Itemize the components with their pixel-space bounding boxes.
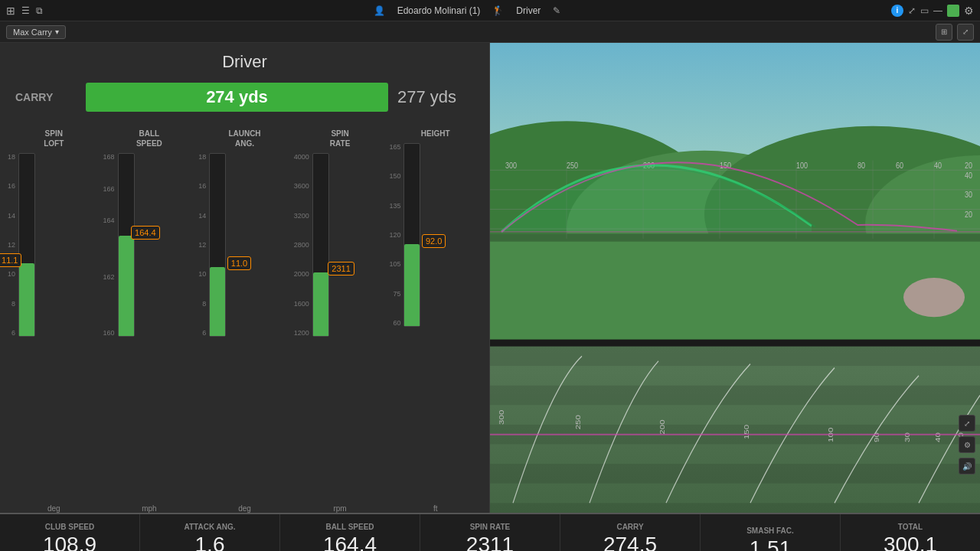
svg-text:200: 200 [643, 161, 655, 170]
battery-icon [947, 5, 959, 17]
height-area: 165 150 135 120 105 75 60 92.0 [389, 143, 482, 500]
attack-ang-stat: ATTACK ANG. 1.6 deg [140, 514, 280, 551]
screen-icon[interactable]: ▭ [920, 5, 929, 16]
svg-point-3 [704, 126, 980, 302]
svg-text:300: 300 [498, 409, 505, 424]
attack-ang-value: 1.6 [195, 534, 225, 552]
ball-speed-gauge: BALLSPEED 168 166 164 162 160 164.4 [103, 129, 196, 513]
top-bar-center: 👤 Edoardo Molinari (1) 🏌 Driver ✎ [52, 5, 882, 16]
launch-ang-header: LAUNCHANG. [228, 129, 260, 148]
svg-text:250: 250 [574, 415, 582, 429]
settings-icon[interactable]: ⚙ [964, 5, 974, 17]
top-bar-left-icons: ⊞ ☰ ⧉ [6, 5, 43, 17]
svg-text:250: 250 [567, 161, 578, 170]
user-label: Edoardo Molinari (1) [397, 5, 481, 16]
settings-right-icon[interactable]: ⚙ [959, 436, 975, 453]
svg-text:100: 100 [796, 161, 808, 170]
carry-stat-label: CARRY [616, 523, 643, 531]
expand-icon[interactable]: ⤢ [908, 5, 916, 16]
club-icon: 🏌 [492, 5, 504, 16]
spin-loft-header: SPINLOFT [44, 129, 64, 148]
svg-point-1 [490, 121, 720, 317]
height-header: HEIGHT [421, 129, 450, 139]
user-icon: 👤 [374, 5, 385, 16]
grid-icon[interactable]: ⊞ [6, 5, 15, 17]
club-label: Driver [516, 5, 541, 16]
grid-toggle-icon[interactable]: ⊞ [922, 47, 939, 64]
svg-text:80: 80 [858, 161, 865, 170]
left-panel: Driver CARRY 274 yds 277 yds SPINLOFT 18… [0, 43, 490, 513]
max-carry-dropdown[interactable]: Max Carry [6, 25, 66, 39]
smash-fac-value: 1.51 [750, 538, 792, 551]
svg-point-2 [567, 151, 842, 308]
svg-text:150: 150 [720, 161, 731, 170]
volume-right-icon[interactable]: 🔊 [959, 458, 975, 474]
svg-point-46 [903, 278, 965, 317]
svg-text:40: 40 [965, 170, 972, 179]
ball-speed-fill [119, 236, 134, 336]
club-speed-stat: CLUB SPEED 108.9 mph [0, 514, 140, 551]
launch-ang-scale: 18 16 14 12 10 8 6 [198, 153, 209, 337]
svg-rect-33 [490, 425, 980, 445]
top-bar-right-icons: i ⤢ ▭ — ⚙ [891, 5, 974, 17]
ball-speed-stat-value: 164.4 [323, 534, 377, 552]
height-indicator: 92.0 [422, 234, 446, 248]
carry-stat-value: 274.5 [603, 534, 657, 552]
spin-rate-indicator: 2311 [328, 262, 354, 276]
smash-fac-stat: SMASH FAC. 1.51 [701, 514, 841, 551]
ball-speed-track: 164.4 [118, 153, 135, 337]
svg-point-4 [865, 155, 980, 292]
minimize-icon[interactable]: — [933, 5, 942, 16]
carry-bar: 274 yds [86, 83, 388, 112]
svg-rect-6 [490, 233, 980, 241]
carry-row: CARRY 274 yds 277 yds [0, 78, 489, 121]
spin-rate-track: 2311 [312, 153, 329, 337]
view-dropdown[interactable]: Side/Top [496, 47, 549, 61]
launch-ang-area: 18 16 14 12 10 8 6 11.0 [198, 153, 291, 500]
attack-ang-label: ATTACK ANG. [184, 523, 235, 531]
fullscreen-right-icon[interactable]: ⤢ [959, 415, 975, 432]
launch-ang-unit: deg [238, 504, 251, 513]
launch-ang-track: 11.0 [209, 153, 226, 337]
window-icon[interactable]: ☰ [21, 5, 30, 16]
right-panel-controls: ⤢ ⚙ 🔊 [959, 415, 975, 474]
carry-bar-value: 274 yds [206, 87, 268, 107]
info-icon[interactable]: i [891, 5, 903, 17]
second-bar: Max Carry ⊞ ⤢ [0, 21, 980, 43]
launch-ang-indicator: 11.0 [227, 256, 251, 270]
spin-rate-unit: rpm [333, 504, 346, 513]
svg-text:20: 20 [965, 161, 972, 170]
spin-loft-fill [19, 263, 34, 336]
carry-stat: CARRY 274.5 yds [560, 514, 701, 551]
spin-rate-area: 4000 3600 3200 2800 2000 1600 1200 2311 [294, 153, 387, 500]
stats-bar: CLUB SPEED 108.9 mph ATTACK ANG. 1.6 deg… [0, 513, 980, 551]
folder-icon[interactable]: ⧉ [36, 5, 43, 16]
svg-text:200: 200 [658, 419, 666, 434]
spin-rate-header: SPINRATE [330, 129, 350, 148]
carry-total-value: 277 yds [397, 87, 474, 107]
spin-loft-area: 18 16 14 12 10 8 6 11.1 [8, 153, 100, 500]
spin-rate-stat-label: SPIN RATE [470, 523, 511, 531]
ball-speed-unit: mph [142, 504, 156, 513]
svg-rect-32 [490, 386, 980, 406]
fullscreen-view-button[interactable]: ⤢ [957, 24, 974, 41]
launch-ang-fill [210, 267, 225, 336]
spin-loft-unit: deg [47, 504, 60, 513]
svg-text:300: 300 [505, 161, 517, 170]
fullscreen-toggle-icon[interactable]: ⤢ [942, 47, 959, 64]
grid-view-button[interactable]: ⊞ [936, 24, 952, 41]
svg-rect-5 [490, 233, 980, 341]
svg-text:40: 40 [934, 432, 942, 442]
spin-rate-fill [313, 272, 328, 336]
svg-text:90: 90 [873, 432, 880, 442]
total-label: TOTAL [898, 523, 923, 531]
club-speed-value: 108.9 [43, 534, 96, 552]
svg-rect-47 [490, 340, 980, 347]
gauges-section: SPINLOFT 18 16 14 12 10 8 6 11.1 [0, 121, 489, 513]
total-value: 300.1 [884, 534, 937, 552]
spin-loft-track: 11.1 [18, 153, 35, 337]
launch-ang-gauge: LAUNCHANG. 18 16 14 12 10 8 6 11.0 [198, 129, 291, 513]
edit-icon[interactable]: ✎ [553, 5, 560, 16]
ball-speed-header: BALLSPEED [136, 129, 162, 148]
club-speed-label: CLUB SPEED [45, 523, 94, 531]
